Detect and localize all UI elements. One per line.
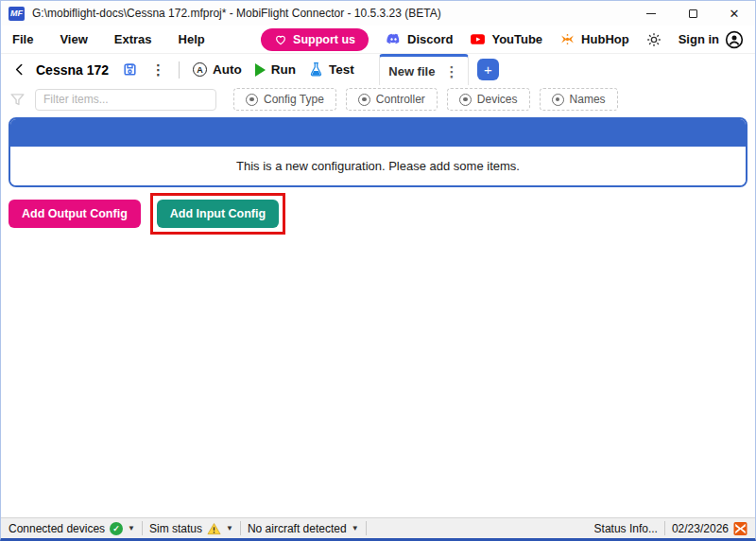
mobiflight-community-icon [733,522,747,535]
app-window: MF G:\mobiflight-docs\Cessna 172.mfproj*… [0,0,756,541]
filter-funnel-icon [9,92,26,108]
support-us-label: Support us [293,33,355,46]
run-button[interactable]: Run [255,62,296,77]
window-title: G:\mobiflight-docs\Cessna 172.mfproj* - … [32,7,441,20]
config-list-area: This is a new configuration. Please add … [1,113,755,517]
menu-file[interactable]: File [12,32,33,46]
hubhop-link[interactable]: HubHop [559,31,629,47]
status-bar: Connected devices ✓ ▼ Sim status ▼ No ai… [1,517,755,538]
hubhop-icon [559,31,576,47]
minimize-button[interactable] [630,1,672,26]
tab-menu-kebab[interactable]: ⋮ [444,64,458,79]
project-name: Cessna 172 [36,62,109,78]
auto-label: Auto [213,62,242,77]
tab-new-file[interactable]: New file ⋮ [379,54,469,85]
maximize-icon [689,9,697,18]
youtube-icon [470,31,486,47]
sim-status[interactable]: Sim status ▼ [146,522,236,535]
tab-label: New file [388,64,435,79]
config-action-buttons: Add Output Config Add Input Config [9,193,747,235]
warning-icon [207,522,221,535]
add-tab-button[interactable]: + [477,59,499,80]
window-controls: ✕ [630,1,755,26]
statusbar-divider [366,521,367,535]
discord-label: Discord [407,32,453,46]
menu-bar: File View Extras Help Support us Discord [1,26,755,54]
auto-toggle[interactable]: A Auto [193,62,242,77]
run-label: Run [271,62,296,77]
status-info-label: Status Info... [594,522,658,535]
chip-label: Names [570,93,606,106]
test-label: Test [329,62,354,77]
title-bar: MF G:\mobiflight-docs\Cessna 172.mfproj*… [1,1,755,26]
sim-status-label: Sim status [149,522,202,535]
chip-label: Controller [376,93,425,106]
toolbar: Cessna 172 ⋮ A Auto Run Test New file ⋮ … [1,54,755,85]
chip-label: Devices [477,93,518,106]
project-menu-kebab[interactable]: ⋮ [151,62,165,77]
circle-dot-icon [459,94,472,106]
empty-config-message: This is a new configuration. Please add … [10,147,746,185]
menu-help[interactable]: Help [179,32,205,46]
chip-label: Config Type [264,93,324,106]
filter-chip-devices[interactable]: Devices [447,88,530,111]
toolbar-divider [179,61,180,79]
filter-chip-controller[interactable]: Controller [346,88,438,111]
chevron-down-icon: ▼ [128,524,135,532]
filter-items-input[interactable] [35,89,216,111]
statusbar-divider [142,521,143,535]
chevron-down-icon: ▼ [226,524,233,532]
menu-extras[interactable]: Extras [114,32,152,46]
support-us-button[interactable]: Support us [261,28,369,51]
minimize-icon [646,13,656,14]
menu-bar-right: Support us Discord YouTube [261,28,744,51]
menu-view[interactable]: View [60,32,87,46]
back-button[interactable] [12,62,26,77]
status-date: 02/23/2026 [669,522,750,535]
aircraft-status[interactable]: No aircraft detected ▼ [245,522,362,535]
test-button[interactable]: Test [309,61,354,78]
connected-devices-status[interactable]: Connected devices ✓ ▼ [6,522,138,535]
close-icon: ✕ [730,8,740,20]
status-info: Status Info... [592,522,661,535]
config-table-container: This is a new configuration. Please add … [9,117,747,187]
save-icon[interactable] [122,61,138,78]
connected-devices-label: Connected devices [9,522,105,535]
discord-link[interactable]: Discord [386,31,453,47]
statusbar-divider [664,521,665,535]
user-avatar-icon [725,30,744,49]
sign-in-button[interactable]: Sign in [679,30,744,49]
filter-chip-config-type[interactable]: Config Type [233,88,336,111]
status-date-label: 02/23/2026 [672,522,729,535]
highlight-annotation: Add Input Config [150,193,285,235]
sign-in-label: Sign in [679,32,719,46]
aircraft-status-label: No aircraft detected [248,522,347,535]
statusbar-divider [240,521,241,535]
filter-bar: Config Type Controller Devices Names [1,85,755,113]
add-input-config-button[interactable]: Add Input Config [157,200,279,228]
test-flask-icon [309,61,323,78]
theme-brightness-icon[interactable] [646,32,662,47]
discord-icon [386,31,402,47]
add-output-config-button[interactable]: Add Output Config [9,200,141,228]
heart-icon [274,33,287,46]
circle-dot-icon [246,94,258,106]
youtube-label: YouTube [491,32,542,46]
filter-chip-names[interactable]: Names [540,88,618,111]
auto-icon: A [193,62,207,77]
run-play-icon [255,63,266,77]
check-circle-icon: ✓ [110,522,123,535]
circle-dot-icon [358,94,370,106]
maximize-button[interactable] [672,1,713,26]
close-button[interactable]: ✕ [713,1,755,26]
app-logo-icon: MF [9,7,25,21]
circle-dot-icon [552,94,564,106]
hubhop-label: HubHop [581,32,629,46]
youtube-link[interactable]: YouTube [470,31,542,47]
config-table-header [10,119,746,147]
chevron-down-icon: ▼ [352,524,359,532]
